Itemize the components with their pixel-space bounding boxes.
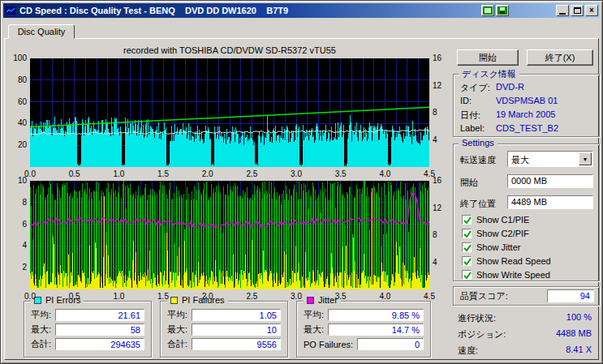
maximize-button[interactable] — [571, 5, 584, 16]
titlebar[interactable]: CD Speed : Disc Quality Test - BENQ DVD … — [3, 3, 600, 18]
transfer-speed-select[interactable]: 最大 ▼ — [507, 151, 593, 167]
pi-errors-total-label: 合計: — [31, 338, 51, 350]
settings-group: Settings 転送速度 最大 ▼ 開始 0000 MB 終了位置 4489 … — [453, 143, 600, 281]
tab-disc-quality[interactable]: Disc Quality — [8, 24, 75, 39]
chevron-down-icon[interactable]: ▼ — [579, 152, 592, 165]
checkbox-show-read-speed-label: Show Read Speed — [476, 256, 551, 266]
close-button[interactable]: × — [585, 5, 598, 16]
quality-score-label: 品質スコア: — [460, 290, 508, 302]
disc-type-value: DVD-R — [496, 82, 524, 92]
disc-type-label: タイプ: — [460, 83, 490, 92]
cd-speed-window: CD Speed : Disc Quality Test - BENQ DVD … — [0, 0, 603, 364]
disc-date-value: 19 March 2005 — [496, 109, 555, 119]
jitter-avg-value: 9.85 % — [328, 309, 424, 321]
disc-label-label: Label: — [460, 123, 485, 133]
progress-label: 進行状況: — [458, 313, 496, 323]
checkbox-show-c1-pie-label: Show C1/PIE — [476, 215, 529, 225]
disc-id-value: VDSPMSAB 01 — [496, 96, 558, 105]
speed-row: 速度: 8.41 X — [458, 345, 592, 356]
maximize-icon — [574, 7, 581, 14]
position-row: ポジション: 4488 MB — [458, 328, 592, 340]
start-position-field[interactable]: 0000 MB — [507, 174, 593, 188]
pi-errors-swatch — [34, 297, 41, 304]
speed-value: 8.41 X — [566, 345, 592, 354]
show-c2-pif-row: Show C2/PIF — [462, 228, 529, 239]
copy-graph-button[interactable] — [481, 5, 494, 16]
transfer-speed-value: 最大 — [511, 154, 529, 166]
pi-failures-total-value: 9556 — [192, 338, 281, 350]
app-icon[interactable] — [5, 5, 16, 16]
jitter-max-value: 14.7 % — [328, 323, 424, 336]
pi-errors-max-value: 58 — [55, 323, 144, 336]
pi-errors-avg-label: 平均: — [31, 309, 51, 321]
end-position-field[interactable]: 4489 MB — [507, 195, 593, 209]
chart-recorded-with-text: recorded with TOSHIBA CD/DVDW SD-R5372 v… — [30, 45, 429, 55]
disc-info-group: ディスク情報 タイプ: DVD-R ID: VDSPMSAB 01 日付: 19… — [453, 74, 600, 137]
disc-id-row: ID: VDSPMSAB 01 — [460, 96, 596, 107]
checkbox-show-c1-pie[interactable] — [462, 215, 472, 225]
show-c1-pie-row: Show C1/PIE — [462, 214, 529, 225]
pi-failures-avg-value: 1.05 — [192, 309, 281, 321]
disc-type-row: タイプ: DVD-R — [460, 82, 596, 93]
exit-button[interactable]: 終了(X) — [527, 49, 593, 66]
jitter-swatch — [307, 297, 314, 304]
pi-failures-avg-label: 平均: — [167, 309, 187, 321]
minimize-button[interactable] — [556, 5, 569, 16]
jitter-max-label: 最大: — [304, 323, 324, 336]
jitter-legend: Jitter 平均:9.85 % 最大:14.7 % PO Failures:0 — [296, 301, 431, 358]
pi-failures-legend: PI Failures 平均:1.05 最大:10 合計:9556 — [160, 301, 288, 358]
jitter-avg-label: 平均: — [304, 309, 324, 321]
pi-errors-avg-value: 21.61 — [55, 309, 144, 321]
start-button[interactable]: 開始 — [457, 49, 519, 66]
disc-label-row: Label: CDS_TEST_B2 — [460, 123, 596, 135]
checkbox-show-write-speed-label: Show Write Speed — [476, 270, 550, 280]
close-icon: × — [589, 6, 594, 15]
tab-label: Disc Quality — [18, 27, 66, 36]
position-value: 4488 MB — [556, 328, 592, 338]
pi-failures-jitter-chart — [30, 181, 429, 289]
show-jitter-row: Show Jitter — [462, 242, 520, 253]
pi-failures-swatch — [170, 297, 178, 304]
jitter-legend-title: Jitter — [304, 295, 341, 305]
start-position-label: 開始 — [460, 177, 478, 189]
end-position-label: 終了位置 — [460, 198, 496, 210]
disc-id-label: ID: — [460, 96, 472, 105]
po-failures-value: 0 — [357, 338, 424, 350]
po-failures-label: PO Failures: — [304, 340, 353, 349]
pi-errors-legend-title: PI Errors — [31, 295, 84, 305]
checkbox-show-c2-pif-label: Show C2/PIF — [476, 229, 529, 238]
minimize-icon — [559, 13, 566, 15]
pi-errors-total-value: 294635 — [55, 338, 144, 350]
pi-errors-legend: PI Errors 平均:21.61 最大:58 合計:294635 — [24, 301, 152, 358]
progress-row: 進行状況: 100 % — [458, 312, 592, 323]
show-write-speed-row: Show Write Speed — [462, 269, 550, 280]
pi-failures-total-label: 合計: — [167, 338, 187, 350]
quality-score-group: 品質スコア: 94 — [453, 286, 600, 306]
jitter-title-text: Jitter — [318, 295, 338, 305]
checkbox-show-jitter-label: Show Jitter — [476, 242, 520, 252]
speed-label: 速度: — [458, 345, 478, 355]
disc-date-label: 日付: — [460, 110, 480, 120]
checkbox-show-write-speed[interactable] — [462, 270, 472, 280]
pi-failures-max-label: 最大: — [167, 323, 187, 336]
pi-errors-max-label: 最大: — [31, 323, 51, 336]
show-read-speed-row: Show Read Speed — [462, 255, 551, 267]
save-graph-button[interactable] — [496, 5, 509, 16]
pi-errors-title-text: PI Errors — [45, 295, 80, 305]
progress-value: 100 % — [566, 312, 592, 322]
checkbox-show-jitter[interactable] — [462, 242, 472, 252]
checkbox-show-read-speed[interactable] — [462, 256, 472, 266]
disc-date-row: 日付: 19 March 2005 — [460, 109, 596, 121]
pi-errors-chart — [30, 58, 429, 167]
checkbox-show-c2-pif[interactable] — [462, 229, 472, 238]
window-title: CD Speed : Disc Quality Test - BENQ DVD … — [19, 6, 480, 15]
transfer-speed-label: 転送速度 — [460, 154, 496, 166]
quality-score-value: 94 — [547, 289, 594, 302]
pi-failures-legend-title: PI Failures — [167, 295, 228, 305]
disc-label-value: CDS_TEST_B2 — [496, 123, 558, 133]
pi-failures-max-value: 10 — [192, 323, 281, 336]
pi-failures-title-text: PI Failures — [182, 295, 225, 305]
settings-title: Settings — [459, 138, 497, 148]
disc-info-title: ディスク情報 — [459, 68, 519, 80]
position-label: ポジション: — [458, 329, 506, 339]
